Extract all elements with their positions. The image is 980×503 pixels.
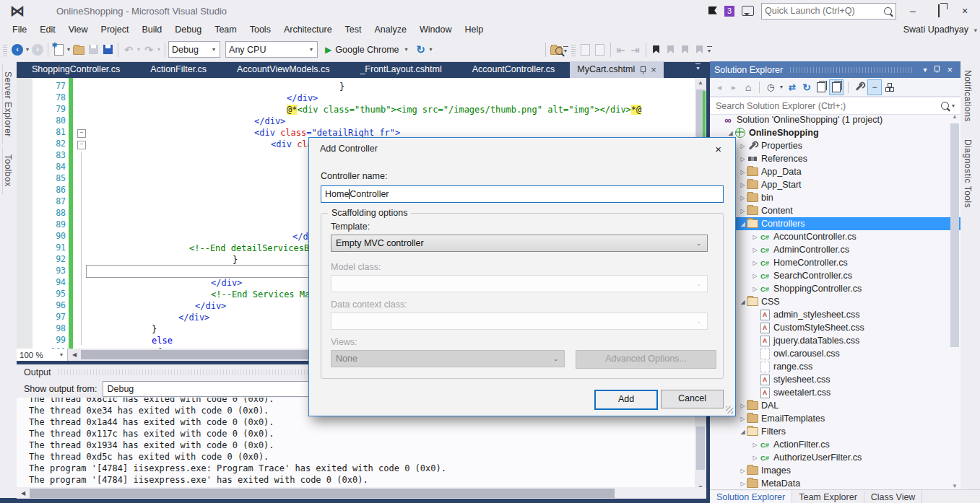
menu-test[interactable]: Test <box>339 22 368 38</box>
tree-item-admincontroller-cs[interactable]: ▷C#AdminController.cs <box>710 243 961 256</box>
sidebar-tab-notifications[interactable]: Notifications <box>963 63 973 129</box>
output-hscroll-thumb[interactable] <box>30 489 615 498</box>
previous-bookmark-button[interactable] <box>664 41 678 58</box>
code-line[interactable]: } <box>152 323 157 335</box>
expander-collapsed-icon[interactable]: ▷ <box>739 403 747 409</box>
menu-view[interactable]: View <box>62 22 95 38</box>
minimize-button[interactable]: – <box>903 3 922 19</box>
home-button[interactable]: ⌂ <box>742 80 755 95</box>
expander-expanded-icon[interactable]: ◢ <box>739 429 747 435</box>
close-icon[interactable]: × <box>651 61 656 78</box>
solution-platform-select[interactable]: Any CPU▾ <box>225 41 318 58</box>
refresh-dropdown[interactable]: ▾ <box>428 46 434 53</box>
decrease-indent-button[interactable]: ⇤ <box>614 41 628 58</box>
tree-item-range-css[interactable]: range.css <box>710 360 961 373</box>
tree-item-solution-onlineshopping-1-project-[interactable]: ∞Solution 'OnlineShopping' (1 project) <box>710 113 961 126</box>
toggle-bookmark-button[interactable] <box>649 41 664 58</box>
tree-item-content[interactable]: ▷Content <box>710 204 961 217</box>
dialog-close-button[interactable]: × <box>712 143 724 155</box>
scrollbar-thumb[interactable] <box>950 123 959 347</box>
collapse-all-button[interactable] <box>815 80 828 95</box>
document-tab-accountcontroller.cs[interactable]: AccountController.cs <box>457 61 571 78</box>
pin-icon[interactable] <box>930 65 943 74</box>
menu-tools[interactable]: Tools <box>243 22 277 38</box>
window-position-dropdown[interactable]: ▾ <box>919 66 930 74</box>
tree-item-admin-stylesheet-css[interactable]: Aadmin_stylesheet.css <box>710 308 961 321</box>
expander-collapsed-icon[interactable]: ▷ <box>739 169 747 175</box>
quick-launch-input[interactable] <box>762 6 884 16</box>
sidebar-tab-diagnostic-tools[interactable]: Diagnostic Tools <box>963 132 973 215</box>
solution-explorer-header[interactable]: Solution Explorer ▾ × <box>710 61 961 78</box>
tree-item-metadata[interactable]: ▷MetaData <box>710 477 961 489</box>
tree-item-stylesheet-css[interactable]: Astylesheet.css <box>710 373 961 386</box>
sidebar-tab-server-explorer[interactable]: Server Explorer <box>2 64 13 144</box>
expander-collapsed-icon[interactable]: ▷ <box>739 468 747 474</box>
document-overflow-dropdown[interactable]: ▾ <box>695 64 701 70</box>
code-line[interactable]: </div> <box>287 92 318 104</box>
tree-item-sweetalert-css[interactable]: Asweetalert.css <box>710 386 961 399</box>
close-panel-button[interactable]: × <box>943 64 956 75</box>
expander-collapsed-icon[interactable]: ▷ <box>751 234 759 240</box>
undo-dropdown[interactable]: ▾ <box>136 46 142 53</box>
expander-collapsed-icon[interactable]: ▷ <box>751 442 759 448</box>
expander-collapsed-icon[interactable]: ▷ <box>739 416 747 422</box>
tree-item-app-start[interactable]: ▷App_Start <box>710 178 961 191</box>
notification-count-badge[interactable]: 3 <box>724 6 734 17</box>
menu-help[interactable]: Help <box>458 22 490 38</box>
tree-item-css[interactable]: ◢CSS <box>710 295 961 308</box>
document-tab-_frontlayout.cshtml[interactable]: _FrontLayout.cshtml <box>344 61 456 78</box>
solution-configuration-select[interactable]: Debug▾ <box>168 41 220 58</box>
menu-window[interactable]: Window <box>413 22 458 38</box>
tree-item-filters[interactable]: ◢Filters <box>710 425 961 438</box>
expander-collapsed-icon[interactable]: ▷ <box>751 455 759 461</box>
expander-collapsed-icon[interactable]: ▷ <box>739 481 747 487</box>
tree-vertical-scrollbar[interactable]: ▲ ▼ <box>950 113 960 489</box>
expander-collapsed-icon[interactable]: ▷ <box>751 273 759 279</box>
tree-item-owl-carousel-css[interactable]: owl.carousel.css <box>710 347 961 360</box>
code-line[interactable]: else <box>152 335 173 346</box>
editor-zoom-select[interactable]: 100 % ▾ <box>17 349 68 361</box>
tree-item-images[interactable]: ▷Images <box>710 464 961 477</box>
properties-button[interactable] <box>853 80 866 95</box>
tree-item-jquery-datatables-css[interactable]: Ajquery.dataTables.css <box>710 334 961 347</box>
menu-edit[interactable]: Edit <box>33 22 62 38</box>
expander-expanded-icon[interactable]: ◢ <box>739 299 747 305</box>
tree-item-customstylesheet-css[interactable]: ACustomStyleSheet.css <box>710 321 961 334</box>
hscroll-left-arrow[interactable]: ◀ <box>68 351 81 358</box>
back-button[interactable]: ◂ <box>713 80 726 95</box>
new-project-button[interactable]: ✱ <box>51 41 66 58</box>
document-tab-shoppingcontroller.cs[interactable]: ShoppingController.cs <box>17 61 135 78</box>
redo-button[interactable]: ↷ <box>142 41 156 58</box>
expander-collapsed-icon[interactable]: ▷ <box>739 156 747 162</box>
expander-collapsed-icon[interactable]: ▷ <box>739 195 747 201</box>
menu-project[interactable]: Project <box>95 22 136 38</box>
menu-debug[interactable]: Debug <box>168 22 208 38</box>
menu-analyze[interactable]: Analyze <box>368 22 413 38</box>
comment-out-button[interactable] <box>578 41 593 58</box>
sidebar-tab-toolbox[interactable]: Toolbox <box>2 147 13 194</box>
filter-dropdown[interactable]: ▾ <box>779 84 784 90</box>
dialog-resize-grip[interactable] <box>726 406 733 414</box>
feedback-icon[interactable] <box>742 6 754 16</box>
search-options-dropdown[interactable]: ▾ <box>950 102 956 109</box>
menu-architecture[interactable]: Architecture <box>277 22 339 38</box>
tool-tab-team-explorer[interactable]: Team Explorer <box>792 491 864 503</box>
menu-build[interactable]: Build <box>135 22 168 38</box>
sync-with-active-document-button[interactable]: ⇄ <box>786 80 799 95</box>
tree-item-app-data[interactable]: ▷App_Data <box>710 165 961 178</box>
document-tab-actionfilter.cs[interactable]: ActionFilter.cs <box>135 61 222 78</box>
tree-item-authorizeuserfilter-cs[interactable]: ▷C#AuthorizeUserFilter.cs <box>710 451 961 464</box>
dialog-title-bar[interactable]: Add Controller × <box>309 138 735 159</box>
cancel-button[interactable]: Cancel <box>661 390 724 408</box>
expander-collapsed-icon[interactable]: ▷ <box>739 182 747 188</box>
clear-bookmarks-button[interactable] <box>693 41 707 58</box>
toolbar-grip[interactable] <box>3 43 7 56</box>
restore-button[interactable] <box>929 3 948 19</box>
navigate-forward-button[interactable]: › <box>30 41 45 58</box>
forward-button[interactable]: ▸ <box>727 80 740 95</box>
output-horizontal-scrollbar[interactable]: ◀ <box>17 487 706 499</box>
bookmark-options-dropdown[interactable]: ▾ <box>707 46 712 53</box>
user-account-menu[interactable]: Swati Upadhyay ▾ <box>903 22 977 38</box>
start-debugging-button[interactable]: ▶ Google Chrome ▾ <box>325 41 409 58</box>
menu-file[interactable]: File <box>6 22 33 38</box>
